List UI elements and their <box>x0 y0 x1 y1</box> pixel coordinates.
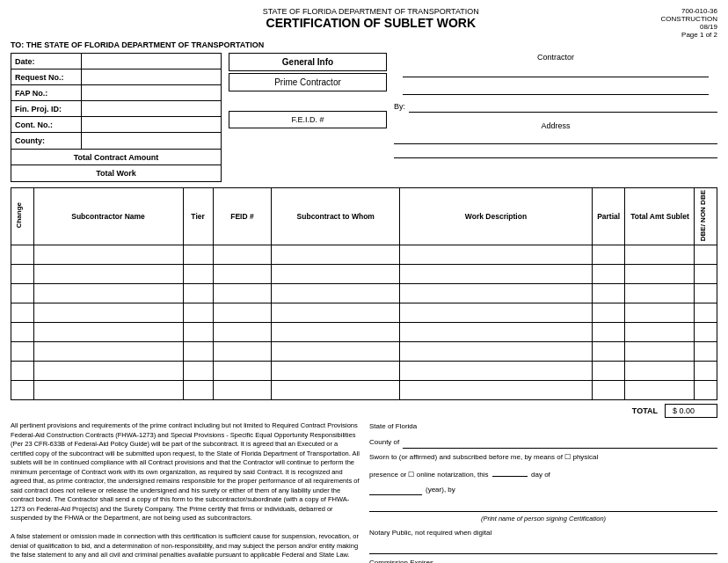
cell-subcontractor[interactable] <box>33 342 183 362</box>
fap-label: FAP No.: <box>11 85 82 100</box>
cell-subcontract_to[interactable] <box>272 323 400 342</box>
table-row[interactable] <box>11 342 717 362</box>
th-subcontractor: Subcontractor Name <box>33 188 183 245</box>
address-label: Address <box>541 121 570 130</box>
cell-work_description[interactable] <box>400 303 593 323</box>
cell-subcontract_to[interactable] <box>272 362 400 381</box>
cell-tier[interactable] <box>183 342 213 362</box>
cell-partial[interactable] <box>592 342 625 362</box>
cell-work_description[interactable] <box>400 323 593 342</box>
cell-subcontract_to[interactable] <box>272 381 400 400</box>
by-line[interactable] <box>409 100 717 113</box>
table-row[interactable] <box>11 362 717 381</box>
cell-total_amt_sublet[interactable] <box>625 362 695 381</box>
cell-feid[interactable] <box>213 381 272 400</box>
prime-contractor-box: Prime Contractor <box>229 73 387 91</box>
contractor-label: Contractor <box>537 53 574 62</box>
cell-subcontract_to[interactable] <box>272 284 400 303</box>
cell-dbe[interactable] <box>695 323 717 342</box>
cell-dbe[interactable] <box>695 381 717 400</box>
physical-label: physical <box>572 453 598 461</box>
by-label: By: <box>394 102 405 111</box>
year-by-label: (year), by <box>426 485 455 496</box>
table-row[interactable] <box>11 303 717 323</box>
cell-total_amt_sublet[interactable] <box>625 323 695 342</box>
cell-tier[interactable] <box>183 284 213 303</box>
cell-work_description[interactable] <box>400 284 593 303</box>
cell-dbe[interactable] <box>695 265 717 284</box>
cell-partial[interactable] <box>592 303 625 323</box>
cell-subcontract_to[interactable] <box>272 265 400 284</box>
cont-label: Cont. No.: <box>11 117 82 132</box>
table-row[interactable] <box>11 381 717 400</box>
cell-tier[interactable] <box>183 362 213 381</box>
cell-subcontractor[interactable] <box>33 303 183 323</box>
cell-change[interactable] <box>11 381 34 400</box>
cell-tier[interactable] <box>183 245 213 265</box>
form-info: 700-010-36 CONSTRUCTION 08/19 Page 1 of … <box>661 7 717 39</box>
cell-subcontract_to[interactable] <box>272 303 400 323</box>
table-row[interactable] <box>11 284 717 303</box>
cell-dbe[interactable] <box>695 342 717 362</box>
cell-subcontractor[interactable] <box>33 265 183 284</box>
cell-total_amt_sublet[interactable] <box>625 245 695 265</box>
cell-total_amt_sublet[interactable] <box>625 265 695 284</box>
cell-tier[interactable] <box>183 265 213 284</box>
page-title: CERTIFICATION OF SUBLET WORK <box>81 16 661 30</box>
total-contract-label: Total Contract Amount <box>74 153 159 162</box>
cell-subcontractor[interactable] <box>33 362 183 381</box>
cell-subcontractor[interactable] <box>33 323 183 342</box>
cell-subcontract_to[interactable] <box>272 245 400 265</box>
cell-partial[interactable] <box>592 381 625 400</box>
table-row[interactable] <box>11 265 717 284</box>
cell-partial[interactable] <box>592 245 625 265</box>
cell-total_amt_sublet[interactable] <box>625 381 695 400</box>
cell-feid[interactable] <box>213 362 272 381</box>
cell-feid[interactable] <box>213 303 272 323</box>
cell-feid[interactable] <box>213 265 272 284</box>
cell-work_description[interactable] <box>400 245 593 265</box>
state-of-florida: State of Florida <box>369 422 417 430</box>
cell-change[interactable] <box>11 342 34 362</box>
cell-dbe[interactable] <box>695 303 717 323</box>
cell-subcontractor[interactable] <box>33 284 183 303</box>
th-total-amt: Total Amt Sublet <box>625 188 695 245</box>
cell-work_description[interactable] <box>400 381 593 400</box>
cell-dbe[interactable] <box>695 245 717 265</box>
table-row[interactable] <box>11 323 717 342</box>
cell-subcontract_to[interactable] <box>272 342 400 362</box>
th-change: Change <box>11 188 34 245</box>
county-label: County: <box>11 133 82 149</box>
cell-dbe[interactable] <box>695 362 717 381</box>
cell-work_description[interactable] <box>400 265 593 284</box>
cell-dbe[interactable] <box>695 284 717 303</box>
th-partial: Partial <box>592 188 625 245</box>
cell-change[interactable] <box>11 303 34 323</box>
cell-work_description[interactable] <box>400 342 593 362</box>
cell-total_amt_sublet[interactable] <box>625 342 695 362</box>
cell-partial[interactable] <box>592 323 625 342</box>
cell-tier[interactable] <box>183 303 213 323</box>
feid-box: F.E.I.D. # <box>229 111 387 128</box>
total-work-label: Total Work <box>96 169 136 178</box>
cell-change[interactable] <box>11 323 34 342</box>
cell-subcontractor[interactable] <box>33 381 183 400</box>
cell-change[interactable] <box>11 284 34 303</box>
cell-partial[interactable] <box>592 362 625 381</box>
cell-total_amt_sublet[interactable] <box>625 303 695 323</box>
cell-subcontractor[interactable] <box>33 245 183 265</box>
cell-change[interactable] <box>11 265 34 284</box>
cell-total_amt_sublet[interactable] <box>625 284 695 303</box>
cell-partial[interactable] <box>592 284 625 303</box>
cell-partial[interactable] <box>592 265 625 284</box>
cell-tier[interactable] <box>183 381 213 400</box>
cell-work_description[interactable] <box>400 362 593 381</box>
cell-change[interactable] <box>11 362 34 381</box>
table-row[interactable] <box>11 245 717 265</box>
cell-feid[interactable] <box>213 323 272 342</box>
cell-change[interactable] <box>11 245 34 265</box>
cell-feid[interactable] <box>213 342 272 362</box>
cell-feid[interactable] <box>213 284 272 303</box>
cell-tier[interactable] <box>183 323 213 342</box>
cell-feid[interactable] <box>213 245 272 265</box>
